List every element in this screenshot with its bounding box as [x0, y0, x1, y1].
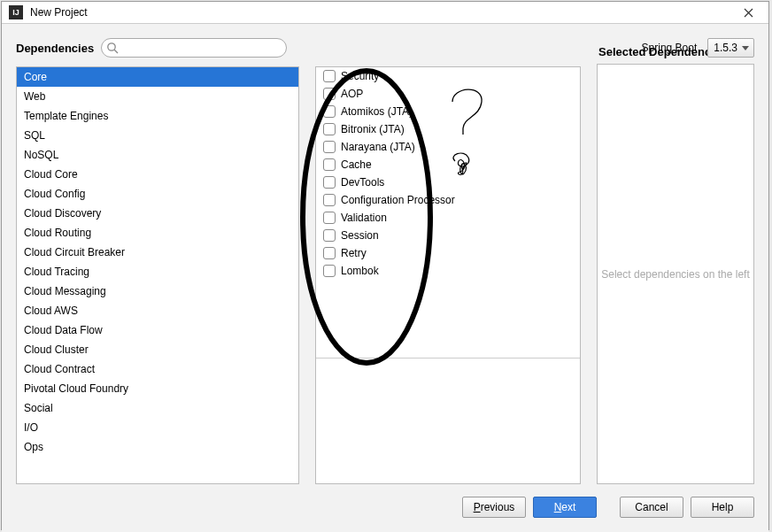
dependency-item[interactable]: Cache [316, 156, 580, 173]
dialog-content: Dependencies Spring Boot 1.5.3 CoreWebTe… [2, 24, 768, 532]
category-item[interactable]: SQL [17, 126, 298, 145]
category-list[interactable]: CoreWebTemplate EnginesSQLNoSQLCloud Cor… [16, 66, 299, 484]
category-item[interactable]: Cloud Core [17, 165, 298, 184]
close-icon [744, 8, 753, 18]
next-button[interactable]: Next [533, 497, 597, 518]
category-item[interactable]: I/O [17, 418, 298, 437]
previous-label-u: P [474, 501, 481, 513]
app-icon: IJ [9, 5, 23, 19]
checkbox[interactable] [323, 105, 336, 118]
dependency-label: Configuration Processor [341, 194, 455, 206]
category-item[interactable]: Cloud Cluster [17, 340, 298, 359]
category-item[interactable]: Pivotal Cloud Foundry [17, 379, 298, 398]
dependency-label: Lombok [341, 265, 379, 277]
dependency-label: Security [341, 70, 379, 82]
checkbox[interactable] [323, 247, 336, 259]
category-item[interactable]: Cloud Tracing [17, 262, 298, 281]
checkbox[interactable] [323, 194, 336, 206]
checkbox[interactable] [323, 229, 336, 242]
dependency-item[interactable]: Atomikos (JTA) [316, 103, 580, 120]
category-item[interactable]: Cloud Data Flow [17, 320, 298, 340]
search-icon [106, 42, 119, 54]
dependency-label: Bitronix (JTA) [341, 123, 405, 135]
dialog-footer: Previous Next Cancel Help [16, 484, 754, 518]
category-item[interactable]: Core [17, 67, 298, 87]
checkbox[interactable] [323, 141, 336, 153]
checkbox[interactable] [323, 158, 336, 171]
dependency-label: Atomikos (JTA) [341, 105, 413, 118]
selected-placeholder: Select dependencies on the left [601, 268, 749, 281]
help-button[interactable]: Help [691, 497, 754, 518]
dependency-label: Session [341, 229, 379, 242]
dependency-item[interactable]: Security [316, 67, 580, 85]
checkbox[interactable] [323, 70, 336, 82]
checkbox[interactable] [323, 265, 336, 277]
dependency-item[interactable]: Narayana (JTA) [316, 138, 580, 156]
dependency-label: Validation [341, 212, 387, 224]
window-title: New Project [30, 6, 735, 19]
category-item[interactable]: NoSQL [17, 145, 298, 165]
category-item[interactable]: Cloud AWS [17, 301, 298, 320]
selected-block: Selected Dependencies Select dependencie… [597, 40, 754, 484]
category-item[interactable]: Cloud Discovery [17, 204, 298, 223]
dependency-item[interactable]: Bitronix (JTA) [316, 120, 580, 138]
category-item[interactable]: Cloud Messaging [17, 281, 298, 301]
titlebar: IJ New Project [2, 2, 768, 24]
dependency-item[interactable]: Configuration Processor [316, 191, 580, 209]
checkbox[interactable] [323, 88, 336, 100]
svg-point-0 [108, 43, 115, 50]
close-button[interactable] [735, 2, 761, 23]
checkbox[interactable] [323, 212, 336, 224]
search-input[interactable] [101, 38, 287, 58]
dependency-item[interactable]: Validation [316, 209, 580, 227]
dependency-label: DevTools [341, 176, 384, 189]
category-item[interactable]: Cloud Contract [17, 359, 298, 379]
search-wrap [101, 38, 287, 58]
dependency-label: Retry [341, 247, 367, 259]
category-item[interactable]: Cloud Routing [17, 223, 298, 243]
previous-button[interactable]: Previous [462, 497, 526, 518]
category-item[interactable]: Ops [17, 437, 298, 457]
dependency-item[interactable]: Retry [316, 244, 580, 262]
spring-boot-version-select[interactable]: 1.5.3 [707, 38, 754, 58]
dependency-label: AOP [341, 88, 363, 100]
category-item[interactable]: Cloud Circuit Breaker [17, 243, 298, 262]
panels: CoreWebTemplate EnginesSQLNoSQLCloud Cor… [16, 66, 754, 484]
next-label-rest: ext [561, 501, 575, 513]
dependencies-label: Dependencies [16, 42, 94, 55]
cancel-button[interactable]: Cancel [620, 497, 683, 518]
checkbox[interactable] [323, 123, 336, 135]
dependency-label: Narayana (JTA) [341, 141, 415, 153]
checkbox[interactable] [323, 176, 336, 189]
selected-dependencies-panel: Select dependencies on the left [597, 64, 754, 484]
category-item[interactable]: Cloud Config [17, 184, 298, 204]
dialog-window: IJ New Project Dependencies Spring Boot … [1, 1, 769, 530]
dependency-item[interactable]: AOP [316, 85, 580, 103]
category-item[interactable]: Template Engines [17, 106, 298, 126]
category-item[interactable]: Web [17, 87, 298, 106]
panel-divider [316, 358, 580, 359]
dependency-item[interactable]: DevTools [316, 173, 580, 191]
previous-label-rest: revious [481, 501, 515, 513]
dependency-item[interactable]: Lombok [316, 262, 580, 280]
category-item[interactable]: Social [17, 398, 298, 418]
dependency-list[interactable]: SecurityAOPAtomikos (JTA)Bitronix (JTA)N… [315, 66, 581, 484]
svg-line-1 [114, 50, 118, 53]
dependency-label: Cache [341, 158, 372, 171]
dependency-item[interactable]: Session [316, 227, 580, 244]
spring-boot-version-value: 1.5.3 [714, 42, 737, 54]
